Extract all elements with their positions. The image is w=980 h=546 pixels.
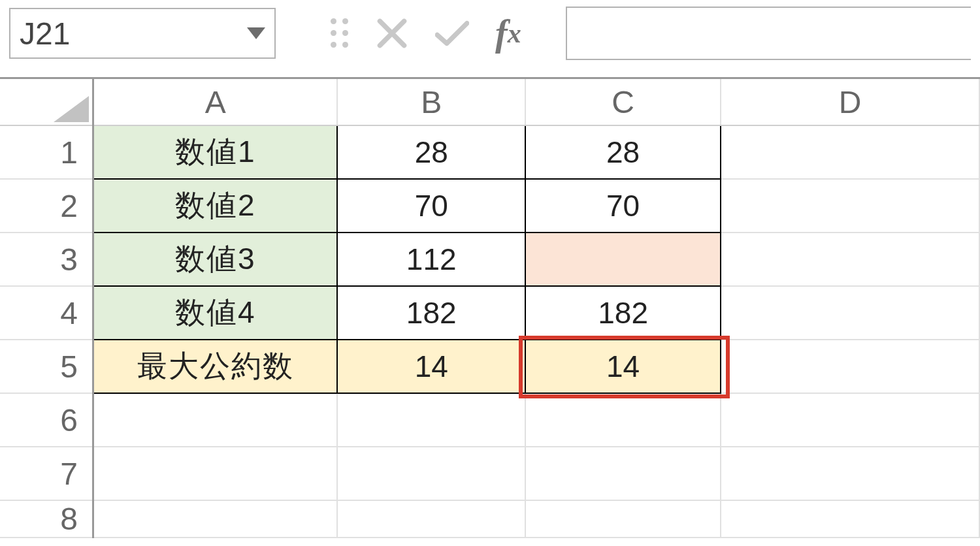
cell-C2[interactable]: 70 [525,179,721,233]
grid-table: A B C D 1 数値1 28 28 2 数値2 70 70 3 数値3 11… [0,77,980,538]
column-header-row: A B C D [0,78,979,126]
cell-D8[interactable] [721,500,979,538]
col-header-B[interactable]: B [337,78,525,126]
row-header-3[interactable]: 3 [0,233,93,286]
cell-B3[interactable]: 112 [337,233,525,286]
name-box-value: J21 [20,16,247,52]
cell-C7[interactable] [525,447,721,500]
row-7: 7 [0,447,979,500]
cell-C3[interactable] [525,233,721,286]
cell-B5[interactable]: 14 [337,340,525,393]
row-8: 8 [0,500,979,538]
row-header-4[interactable]: 4 [0,286,93,340]
cell-B7[interactable] [337,447,525,500]
cell-C4[interactable]: 182 [525,286,721,340]
row-2: 2 数値2 70 70 [0,179,979,233]
cell-B2[interactable]: 70 [337,179,525,233]
select-all-corner[interactable] [0,78,93,126]
drag-handle-icon[interactable] [331,18,349,48]
cancel-icon[interactable] [375,15,409,52]
cell-A1[interactable]: 数値1 [93,125,337,179]
cell-D2[interactable] [721,179,979,233]
row-header-2[interactable]: 2 [0,179,93,233]
cell-D3[interactable] [721,233,979,286]
row-header-5[interactable]: 5 [0,340,93,393]
row-header-6[interactable]: 6 [0,393,93,447]
cell-D6[interactable] [721,393,979,447]
row-6: 6 [0,393,979,447]
col-header-A[interactable]: A [93,78,337,126]
svg-marker-0 [247,27,265,39]
cell-A2[interactable]: 数値2 [93,179,337,233]
cell-B1[interactable]: 28 [337,125,525,179]
cell-B6[interactable] [337,393,525,447]
col-header-C[interactable]: C [525,78,721,126]
cell-C8[interactable] [525,500,721,538]
cell-A5[interactable]: 最大公約数 [93,340,337,393]
cell-D1[interactable] [721,125,979,179]
cell-B8[interactable] [337,500,525,538]
cell-C5[interactable]: 14 [525,340,721,393]
cell-A8[interactable] [93,500,337,538]
spreadsheet-grid: A B C D 1 数値1 28 28 2 数値2 70 70 3 数値3 11… [0,77,980,538]
row-1: 1 数値1 28 28 [0,125,979,179]
formula-bar-controls: fx [331,12,521,54]
row-4: 4 数値4 182 182 [0,286,979,340]
col-header-D[interactable]: D [721,78,979,126]
row-header-7[interactable]: 7 [0,447,93,500]
cell-C1[interactable]: 28 [525,125,721,179]
cell-B4[interactable]: 182 [337,286,525,340]
row-header-8[interactable]: 8 [0,500,93,538]
enter-icon[interactable] [435,17,469,50]
cell-D4[interactable] [721,286,979,340]
name-box[interactable]: J21 [9,8,276,59]
formula-bar: J21 fx [0,0,980,77]
cell-D7[interactable] [721,447,979,500]
formula-input[interactable] [566,7,971,60]
cell-A6[interactable] [93,393,337,447]
row-5: 5 最大公約数 14 14 [0,340,979,393]
cell-A7[interactable] [93,447,337,500]
fx-icon[interactable]: fx [495,12,521,54]
cell-A4[interactable]: 数値4 [93,286,337,340]
cell-C6[interactable] [525,393,721,447]
row-3: 3 数値3 112 [0,233,979,286]
name-box-dropdown-icon[interactable] [247,27,265,39]
cell-A3[interactable]: 数値3 [93,233,337,286]
row-header-1[interactable]: 1 [0,125,93,179]
cell-D5[interactable] [721,340,979,393]
